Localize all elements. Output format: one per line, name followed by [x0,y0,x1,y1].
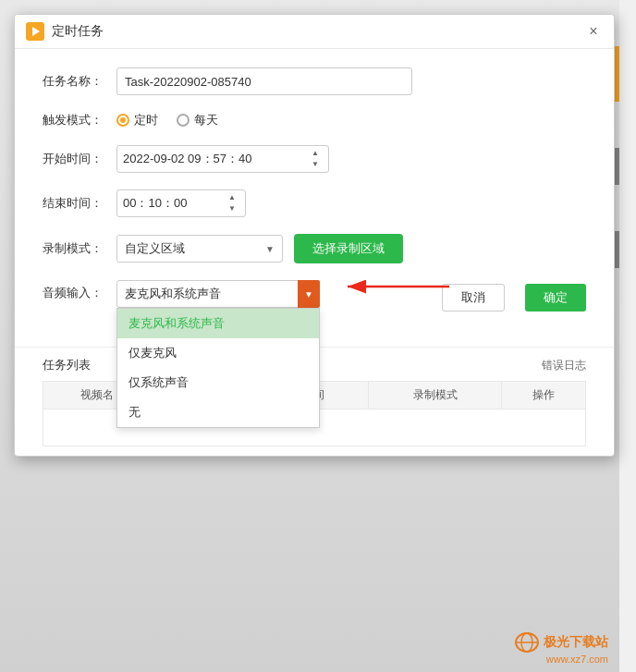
audio-input-dropdown[interactable]: 麦克风和系统声音 ▼ [116,280,320,308]
dialog-titlebar: 定时任务 × [15,15,614,49]
col-operation: 操作 [502,382,586,409]
trigger-mode-row: 触发模式： 定时 每天 [43,112,586,128]
audio-input-label: 音频输入： [43,285,116,301]
audio-input-row: 音频输入： 麦克风和系统声音 ▼ 麦克风和系统声音 仅麦克风 仅系统声音 无 [43,280,586,312]
task-list-title: 任务列表 [43,357,91,373]
start-time-input[interactable]: 2022-09-02 09：57：40 ▲ ▼ [116,145,329,173]
start-time-down[interactable]: ▼ [308,159,323,170]
error-log-link[interactable]: 错误日志 [542,358,586,373]
timed-radio-circle[interactable] [116,114,129,127]
record-mode-dropdown[interactable]: 自定义区域 ▼ [116,235,283,263]
confirm-button[interactable]: 确定 [525,284,586,312]
start-time-spinner: ▲ ▼ [308,148,323,170]
watermark: 极光下载站 www.xz7.com [514,631,608,665]
scheduled-task-dialog: 定时任务 × 任务名称： 触发模式： 定时 每天 开 [14,14,615,457]
task-name-label: 任务名称： [43,73,116,90]
trigger-mode-label: 触发模式： [43,112,116,128]
audio-option-1[interactable]: 仅麦克风 [117,338,319,368]
dialog-body: 任务名称： 触发模式： 定时 每天 开始时间： 2022-09-02 09：57… [15,49,614,347]
audio-dropdown-menu: 麦克风和系统声音 仅麦克风 仅系统声音 无 [116,308,320,428]
end-time-label: 结束时间： [43,195,116,212]
record-mode-arrow: ▼ [265,244,275,254]
start-time-value: 2022-09-02 09：57：40 [123,151,304,167]
audio-input-container: 麦克风和系统声音 ▼ 麦克风和系统声音 仅麦克风 仅系统声音 无 [116,280,320,308]
record-mode-label: 录制模式： [43,240,116,257]
audio-dropdown-arrow-btn[interactable]: ▼ [298,280,320,308]
cancel-button[interactable]: 取消 [442,284,505,312]
end-time-up[interactable]: ▲ [225,192,239,203]
select-region-button[interactable]: 选择录制区域 [294,234,403,263]
mode-controls: 自定义区域 ▼ 选择录制区域 [116,234,403,263]
start-time-label: 开始时间： [43,151,116,167]
watermark-url: www.xz7.com [546,654,608,665]
audio-option-3[interactable]: 无 [117,397,319,427]
trigger-daily-option[interactable]: 每天 [177,112,218,128]
end-time-input[interactable]: 00：10：00 ▲ ▼ [116,189,246,217]
col-record-mode: 录制模式 [369,382,502,409]
timed-radio-label: 定时 [134,112,158,128]
audio-input-value: 麦克风和系统声音 [125,286,298,302]
start-time-row: 开始时间： 2022-09-02 09：57：40 ▲ ▼ [43,145,586,173]
task-name-row: 任务名称： [43,67,586,95]
end-time-row: 结束时间： 00：10：00 ▲ ▼ [43,189,586,217]
task-name-input[interactable] [116,67,412,95]
watermark-logo-icon [514,631,540,654]
start-time-up[interactable]: ▲ [308,148,323,159]
dialog-title: 定时任务 [52,23,584,40]
selection-arrow [338,273,449,300]
trigger-radio-group: 定时 每天 [116,112,218,128]
close-button[interactable]: × [584,22,603,41]
end-time-spinner: ▲ ▼ [225,192,239,214]
watermark-site-name: 极光下载站 [544,634,608,651]
trigger-timed-option[interactable]: 定时 [116,112,158,128]
audio-option-2[interactable]: 仅系统声音 [117,368,319,397]
end-time-down[interactable]: ▼ [225,203,239,214]
app-icon [26,22,44,41]
end-time-value: 00：10：00 [123,195,221,212]
record-mode-value: 自定义区域 [125,240,265,257]
audio-option-0[interactable]: 麦克风和系统声音 [117,309,319,338]
daily-radio-label: 每天 [194,112,218,128]
daily-radio-circle[interactable] [177,114,190,127]
record-mode-row: 录制模式： 自定义区域 ▼ 选择录制区域 [43,234,586,263]
